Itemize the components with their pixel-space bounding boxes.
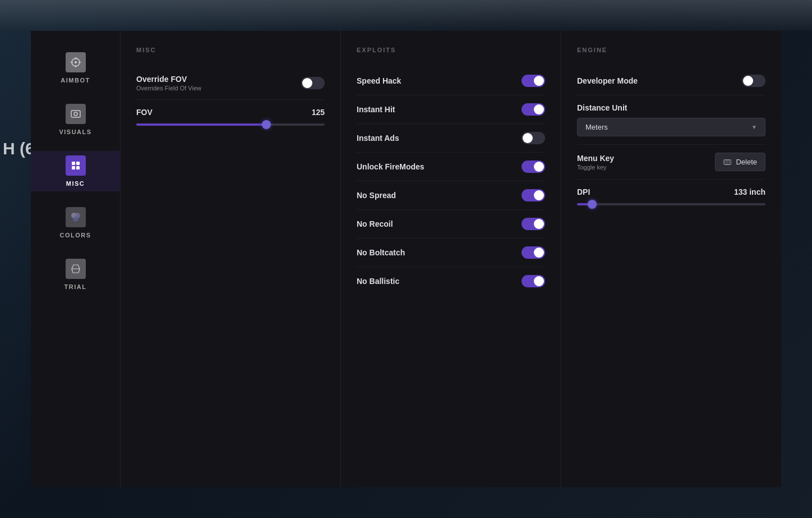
svg-point-1 bbox=[75, 61, 77, 63]
speed-hack-label: Speed Hack bbox=[357, 76, 401, 85]
fov-slider-container: FOV 125 bbox=[136, 100, 325, 134]
unlock-firemodes-row: Unlock FireModes bbox=[357, 153, 545, 181]
misc-icon bbox=[66, 155, 86, 176]
menu-key-value: Delete bbox=[736, 158, 757, 166]
misc-panel-title: MISC bbox=[136, 47, 325, 53]
svg-point-14 bbox=[73, 216, 79, 222]
watermark-text: H (6 bbox=[3, 139, 35, 158]
trial-icon bbox=[66, 259, 86, 279]
instant-ads-row: Instant Ads bbox=[357, 124, 545, 153]
visuals-icon bbox=[66, 104, 86, 124]
instant-hit-label: Instant Hit bbox=[357, 105, 395, 114]
svg-rect-9 bbox=[76, 162, 80, 165]
fov-slider-thumb[interactable] bbox=[262, 120, 271, 129]
no-spread-toggle[interactable] bbox=[522, 189, 545, 201]
no-spread-label: No Spread bbox=[357, 191, 396, 200]
no-ballistic-row: No Ballistic bbox=[357, 267, 545, 295]
distance-unit-row: Distance Unit Meters ▼ bbox=[577, 95, 765, 145]
sidebar-item-trial[interactable]: TRIAL bbox=[31, 254, 120, 295]
dpi-value: 133 inch bbox=[734, 187, 765, 196]
no-spread-row: No Spread bbox=[357, 181, 545, 210]
menu-key-button[interactable]: Delete bbox=[715, 153, 765, 171]
speed-hack-row: Speed Hack bbox=[357, 67, 545, 95]
instant-hit-row: Instant Hit bbox=[357, 95, 545, 124]
no-boltcatch-label: No Boltcatch bbox=[357, 248, 405, 257]
menu-key-row: Menu Key Toggle key Delete bbox=[577, 145, 765, 180]
no-recoil-toggle[interactable] bbox=[522, 218, 545, 230]
no-ballistic-toggle[interactable] bbox=[522, 275, 545, 287]
no-boltcatch-row: No Boltcatch bbox=[357, 239, 545, 267]
svg-rect-11 bbox=[76, 166, 80, 169]
developer-mode-label: Developer Mode bbox=[577, 76, 638, 85]
aimbot-icon bbox=[66, 52, 86, 72]
engine-panel-title: ENGINE bbox=[577, 47, 765, 53]
sidebar-item-visuals[interactable]: VISUALS bbox=[31, 99, 120, 140]
instant-ads-toggle[interactable] bbox=[522, 132, 545, 144]
top-bar-bg bbox=[0, 0, 812, 31]
fov-slider-header: FOV 125 bbox=[136, 108, 325, 117]
fov-value: 125 bbox=[312, 108, 325, 117]
sidebar-item-misc[interactable]: MISC bbox=[31, 151, 120, 191]
menu-key-labels: Menu Key Toggle key bbox=[577, 154, 614, 171]
sidebar: AIMBOT VISUALS MISC bbox=[31, 31, 121, 487]
colors-icon bbox=[66, 207, 86, 227]
speed-hack-toggle[interactable] bbox=[522, 75, 545, 87]
dpi-slider-track[interactable] bbox=[577, 203, 765, 205]
instant-hit-toggle[interactable] bbox=[522, 103, 545, 116]
fov-slider-fill bbox=[136, 123, 266, 126]
override-fov-label: Override FOV bbox=[136, 75, 201, 84]
engine-panel: ENGINE Developer Mode Distance Unit Mete… bbox=[561, 31, 781, 487]
dpi-label: DPI bbox=[577, 187, 590, 196]
dpi-header: DPI 133 inch bbox=[577, 187, 765, 196]
sidebar-label-visuals: VISUALS bbox=[59, 129, 91, 135]
developer-mode-row: Developer Mode bbox=[577, 67, 765, 95]
unlock-firemodes-label: Unlock FireModes bbox=[357, 162, 425, 171]
svg-rect-6 bbox=[71, 111, 80, 117]
no-recoil-row: No Recoil bbox=[357, 210, 545, 239]
svg-rect-8 bbox=[72, 162, 75, 165]
sidebar-item-colors[interactable]: COLORS bbox=[31, 203, 120, 243]
override-fov-toggle[interactable] bbox=[301, 77, 325, 89]
sidebar-label-aimbot: AIMBOT bbox=[61, 77, 90, 84]
fov-label: FOV bbox=[136, 108, 153, 117]
sidebar-label-misc: MISC bbox=[66, 180, 85, 187]
sidebar-label-colors: COLORS bbox=[59, 232, 91, 239]
distance-unit-dropdown[interactable]: Meters ▼ bbox=[577, 118, 765, 136]
distance-unit-label: Distance Unit bbox=[577, 103, 627, 112]
override-fov-sublabel: Overrides Field Of View bbox=[136, 85, 201, 91]
misc-panel: MISC Override FOV Overrides Field Of Vie… bbox=[121, 31, 341, 487]
dpi-slider-thumb[interactable] bbox=[588, 200, 597, 209]
svg-rect-15 bbox=[725, 160, 730, 164]
no-boltcatch-toggle[interactable] bbox=[522, 246, 545, 259]
menu-key-sublabel: Toggle key bbox=[577, 164, 614, 171]
override-fov-row: Override FOV Overrides Field Of View bbox=[136, 67, 325, 100]
exploits-panel-title: EXPLOITS bbox=[357, 47, 545, 53]
override-fov-labels: Override FOV Overrides Field Of View bbox=[136, 75, 201, 91]
main-panel: AIMBOT VISUALS MISC bbox=[31, 31, 781, 487]
no-recoil-label: No Recoil bbox=[357, 219, 393, 228]
content-area: MISC Override FOV Overrides Field Of Vie… bbox=[121, 31, 781, 487]
no-ballistic-label: No Ballistic bbox=[357, 277, 399, 286]
dpi-row: DPI 133 inch bbox=[577, 180, 765, 205]
svg-rect-10 bbox=[72, 166, 75, 169]
dropdown-arrow-icon: ▼ bbox=[751, 124, 757, 130]
developer-mode-toggle[interactable] bbox=[742, 75, 765, 87]
svg-point-7 bbox=[74, 112, 77, 116]
fov-slider-track[interactable] bbox=[136, 123, 325, 126]
instant-ads-label: Instant Ads bbox=[357, 134, 399, 143]
distance-unit-value: Meters bbox=[585, 123, 608, 131]
unlock-firemodes-toggle[interactable] bbox=[522, 161, 545, 173]
menu-key-label: Menu Key bbox=[577, 154, 614, 163]
keyboard-icon bbox=[723, 159, 731, 165]
sidebar-label-trial: TRIAL bbox=[64, 283, 87, 290]
sidebar-item-aimbot[interactable]: AIMBOT bbox=[31, 48, 120, 88]
exploits-panel: EXPLOITS Speed Hack Instant Hit Instant … bbox=[341, 31, 561, 487]
